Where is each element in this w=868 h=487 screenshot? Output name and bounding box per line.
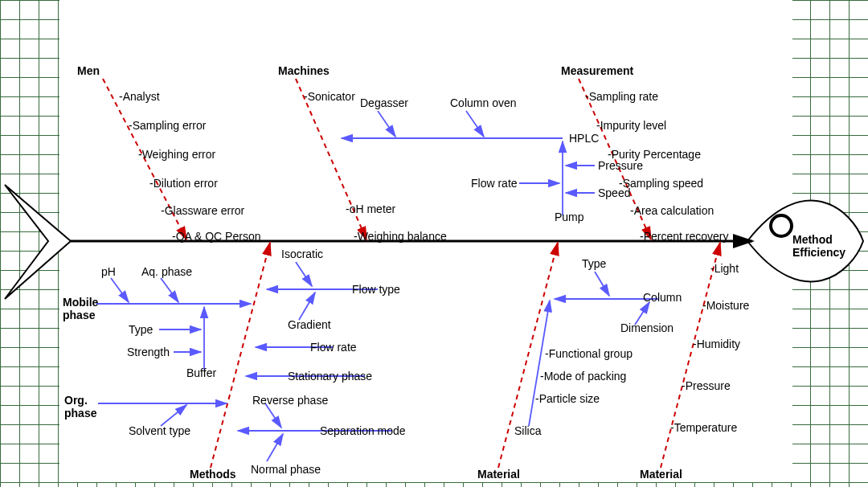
svg-line-25 bbox=[299, 293, 315, 320]
svg-line-32 bbox=[595, 272, 609, 296]
material1-particlesize: -Particle size bbox=[535, 392, 600, 405]
material2-item-0: -Light bbox=[710, 262, 739, 275]
methods-strength: Strength bbox=[127, 346, 170, 358]
machines-pressure: Pressure bbox=[598, 159, 643, 172]
men-item-1: -Sampling error bbox=[129, 119, 206, 132]
machines-hplc: HPLC bbox=[569, 132, 599, 145]
meas-item-1: -Impurity level bbox=[596, 119, 666, 132]
svg-line-16 bbox=[111, 278, 129, 302]
svg-line-24 bbox=[296, 262, 312, 286]
meas-item-0: -Sampling rate bbox=[585, 90, 658, 103]
meas-item-3: -Sampling speed bbox=[619, 177, 703, 190]
men-item-5: -QA & QC Person bbox=[172, 230, 260, 243]
methods-isocratic: Isocratic bbox=[281, 248, 323, 260]
methods-gradient: Gradient bbox=[288, 318, 331, 331]
cat-men-title: Men bbox=[77, 64, 100, 77]
material2-item-4: -Temperature bbox=[670, 421, 737, 434]
machines-columnoven: Column oven bbox=[450, 96, 517, 109]
methods-reversephase: Reverse phase bbox=[252, 394, 328, 407]
men-item-0: -Analyst bbox=[119, 90, 160, 103]
svg-line-29 bbox=[265, 403, 281, 428]
material1-modepacking: -Mode of packing bbox=[540, 370, 626, 383]
machines-item-1: -oH meter bbox=[346, 203, 395, 215]
svg-line-9 bbox=[378, 111, 395, 137]
men-item-3: -Dilution error bbox=[149, 177, 218, 190]
machines-item-0: -Sonicator bbox=[304, 90, 355, 103]
cat-material2-title: Material bbox=[640, 468, 682, 481]
material1-silica: Silica bbox=[514, 424, 541, 437]
men-item-4: -Glassware error bbox=[161, 204, 244, 217]
methods-buffer: Buffer bbox=[186, 366, 216, 379]
machines-item-2: -Weighing balance bbox=[354, 230, 447, 243]
svg-line-10 bbox=[466, 111, 484, 137]
svg-line-7 bbox=[661, 243, 720, 468]
material2-item-3: -Pressure bbox=[682, 379, 731, 392]
material2-item-2: -Humidity bbox=[693, 338, 740, 350]
methods-flowtype: Flow type bbox=[352, 283, 400, 296]
svg-line-17 bbox=[161, 278, 178, 302]
methods-type: Type bbox=[129, 323, 153, 336]
methods-mobilephase: Mobile phase bbox=[63, 296, 103, 321]
fishbone-diagram bbox=[0, 0, 868, 487]
machines-flowrate: Flow rate bbox=[471, 177, 518, 190]
cat-material1-title: Material bbox=[477, 468, 520, 481]
svg-line-30 bbox=[267, 434, 283, 461]
cat-methods-title: Methods bbox=[190, 468, 236, 481]
cat-measurement-title: Measurement bbox=[561, 64, 633, 77]
methods-orgphase: Org. phase bbox=[64, 394, 104, 419]
methods-ph: pH bbox=[101, 265, 116, 278]
methods-aqphase: Aq. phase bbox=[141, 265, 192, 278]
methods-normalphase: Normal phase bbox=[251, 463, 321, 476]
effect-label-2: Efficiency bbox=[792, 246, 845, 259]
material1-funcgroup: -Functional group bbox=[545, 347, 633, 360]
svg-line-22 bbox=[161, 405, 186, 426]
material1-type: Type bbox=[582, 257, 606, 270]
svg-line-5 bbox=[211, 243, 270, 468]
methods-stationaryphase: Stationary phase bbox=[288, 370, 372, 383]
svg-line-34 bbox=[529, 301, 550, 426]
svg-line-3 bbox=[296, 79, 366, 239]
cat-machines-title: Machines bbox=[278, 64, 330, 77]
meas-item-5: -Percent recovery bbox=[640, 230, 728, 243]
meas-item-4: -Area calculation bbox=[630, 204, 714, 217]
material2-item-1: -Moisture bbox=[702, 299, 749, 312]
methods-separationmode: Separation mode bbox=[320, 424, 406, 437]
men-item-2: -Weighing error bbox=[138, 148, 215, 161]
material1-dimension: Dimension bbox=[620, 321, 674, 334]
machines-degasser: Degasser bbox=[360, 96, 408, 109]
methods-flowrate: Flow rate bbox=[310, 341, 357, 354]
machines-pump: Pump bbox=[555, 211, 584, 223]
methods-solventtype: Solvent type bbox=[129, 424, 190, 437]
material1-column: Column bbox=[643, 291, 682, 304]
effect-label-1: Method bbox=[792, 233, 833, 246]
meas-item-2: -Purity Percentage bbox=[608, 148, 701, 161]
